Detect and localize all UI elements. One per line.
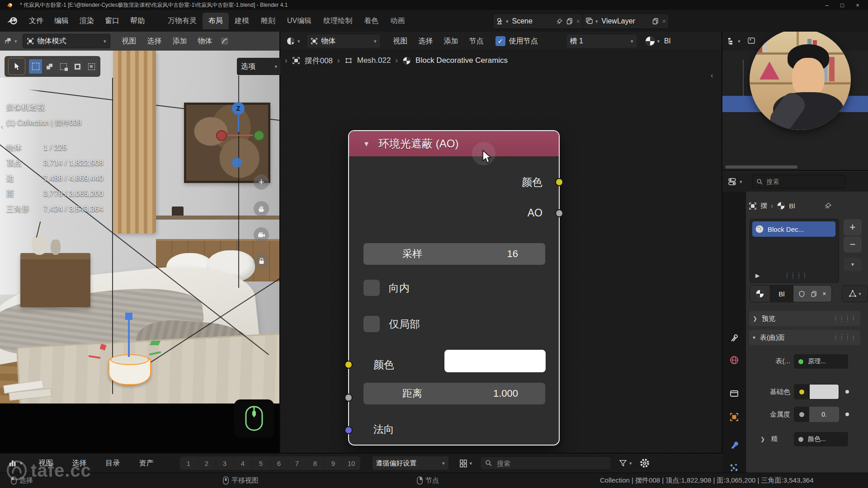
mode-dropdown[interactable]: 物体模式 ▾ — [23, 34, 110, 48]
menu-help[interactable]: 帮助 — [125, 14, 150, 28]
move-gizmo-z-axis[interactable] — [128, 318, 130, 357]
select-subtract-button[interactable] — [57, 59, 70, 74]
viewport-menu-view[interactable]: 视图 — [117, 35, 142, 48]
panel-surface-header[interactable]: ▾ 表(曲)面 ⋮⋮⋮⋮⋮⋮⋮⋮ — [749, 330, 860, 345]
camera-view-button[interactable] — [254, 227, 269, 243]
options-dropdown[interactable]: 选项 ▾ — [237, 58, 281, 75]
shader-editor[interactable]: ▾ 物体 ▾ 视图 选择 添加 节点 ✓ 使用节点 槽 1 ▾ ▾ Bl — [280, 32, 722, 453]
menu-edit[interactable]: 编辑 — [49, 14, 74, 28]
material-slot-list[interactable]: Block Dec... ▶ ⋮⋮⋮⋮⋮⋮⋮⋮ — [750, 219, 839, 283]
scene-selector[interactable]: ▾ Scene × — [493, 14, 583, 29]
ao-node-header[interactable]: ▾ 环境光遮蔽 (AO) — [349, 131, 559, 156]
gizmo-x-stem[interactable] — [228, 135, 253, 136]
workspace-tab-sculpt[interactable]: 雕刻 — [255, 13, 281, 29]
path-object[interactable]: 摆 — [760, 202, 767, 210]
shader-menu-node[interactable]: 节点 — [464, 35, 489, 48]
base-color-socket-button[interactable] — [794, 384, 809, 399]
frame-button[interactable]: 2 — [198, 460, 216, 467]
select-invert-button[interactable] — [71, 59, 84, 74]
outliner[interactable]: ▾ — [722, 32, 868, 171]
viewport-menu-object[interactable]: 物体 — [193, 35, 218, 48]
bottom-menu-select[interactable]: 选择 — [67, 457, 92, 470]
input-normal-socket[interactable] — [344, 426, 353, 434]
search-input[interactable] — [766, 178, 835, 186]
lock-view-button[interactable] — [254, 253, 269, 268]
workspace-tab-shading[interactable]: 着色 — [358, 13, 384, 29]
frame-button[interactable]: 1 — [180, 460, 198, 467]
shader-menu-add[interactable]: 添加 — [439, 35, 464, 48]
select-box-new-button[interactable] — [29, 59, 42, 74]
frame-button[interactable]: 10 — [343, 460, 360, 467]
tweak-tool-button[interactable] — [8, 58, 25, 75]
checkbox-unchecked-icon[interactable] — [363, 280, 380, 296]
frame-button[interactable]: 8 — [307, 460, 325, 467]
gizmo-view-handle[interactable] — [232, 158, 242, 168]
bottom-menu-catalog[interactable]: 目录 — [100, 457, 126, 470]
collapse-node-icon[interactable]: ▾ — [364, 139, 368, 149]
output-color-socket[interactable] — [555, 178, 563, 186]
outliner-scrollbar[interactable] — [725, 165, 797, 169]
workspace-tab-modeling[interactable]: 建模 — [229, 13, 255, 29]
collapse-sidebar-icon[interactable]: ‹ — [711, 71, 713, 80]
ao-node[interactable]: ▾ 环境光遮蔽 (AO) 颜色 AO 采样 16 向内 仅局部 — [348, 130, 560, 446]
blender-logo-icon[interactable] — [6, 14, 19, 27]
move-gizmo-z-cap[interactable] — [125, 313, 132, 320]
inside-checkbox-row[interactable]: 向内 — [363, 280, 410, 296]
chevron-right-icon[interactable]: › — [285, 56, 288, 65]
samples-field[interactable]: 采样 16 — [363, 243, 545, 265]
material-browse-button[interactable] — [750, 285, 770, 302]
shader-menu-view[interactable]: 视图 — [388, 35, 413, 48]
workspace-tab-uv[interactable]: UV编辑 — [281, 13, 317, 29]
frame-button[interactable]: 9 — [325, 460, 343, 467]
add-slot-button[interactable]: + — [844, 219, 862, 235]
only-local-checkbox-row[interactable]: 仅局部 — [363, 316, 420, 332]
viewport-menu-add[interactable]: 添加 — [167, 35, 193, 48]
outliner-editor-type-icon[interactable] — [727, 37, 736, 46]
frame-button[interactable]: 4 — [234, 460, 252, 467]
maximize-button[interactable]: □ — [835, 2, 850, 9]
viewport-editor-type-icon[interactable] — [4, 37, 13, 46]
preset-dropdown[interactable]: 遵循偏好设置 ▾ — [372, 456, 449, 470]
pan-hand-button[interactable] — [254, 201, 269, 216]
select-intersect-button[interactable] — [85, 59, 98, 74]
gizmo-z-handle[interactable]: Z — [232, 102, 245, 115]
animate-dot-icon[interactable] — [845, 390, 849, 394]
frame-button[interactable]: 7 — [288, 460, 307, 467]
unlink-icon[interactable]: × — [576, 18, 580, 25]
frame-button[interactable]: 6 — [270, 460, 288, 467]
workspace-tab-texturepaint[interactable]: 纹理绘制 — [317, 13, 358, 29]
metallic-value-field[interactable]: 0. — [809, 407, 839, 422]
animate-dot-icon[interactable] — [845, 413, 849, 416]
grip-handle-icon[interactable]: ⋮⋮⋮⋮⋮⋮⋮⋮ — [833, 335, 857, 340]
roughness-value-button[interactable]: 颜色... — [794, 432, 848, 446]
display-mode-button[interactable]: ▾ — [459, 459, 472, 468]
bottom-menu-asset[interactable]: 资产 — [134, 457, 159, 470]
gizmo-x-handle[interactable] — [216, 130, 227, 141]
frame-button[interactable]: 3 — [216, 460, 234, 467]
metallic-socket-button[interactable] — [794, 407, 809, 422]
fake-user-shield-icon[interactable] — [798, 291, 805, 297]
surface-shader-button[interactable]: 原理... — [794, 354, 848, 369]
bottom-editor-type-icon[interactable] — [8, 458, 18, 468]
workspace-tab-wanwuyouling[interactable]: 万物有灵 — [162, 13, 203, 29]
color-swatch-field[interactable] — [444, 349, 546, 373]
material-sphere-icon[interactable] — [645, 36, 656, 47]
panel-preview-header[interactable]: ❯ 预览 ⋮⋮⋮⋮⋮⋮⋮⋮ — [749, 311, 860, 326]
output-ao-socket[interactable] — [555, 209, 563, 217]
viewport-3d[interactable]: ▾ 物体模式 ▾ 视图 选择 添加 物体 — [0, 32, 280, 453]
viewlayer-selector[interactable]: ▾ ViewLayer × — [582, 14, 669, 29]
grip-handle-icon[interactable]: ⋮⋮⋮⋮⋮⋮⋮⋮ — [833, 316, 857, 321]
grip-handle-icon[interactable]: ⋮⋮⋮⋮⋮⋮⋮⋮ — [785, 273, 808, 278]
workspace-tab-animation[interactable]: 动画 — [384, 13, 410, 29]
breadcrumb-material[interactable]: Block Decorative Ceramics — [415, 56, 508, 65]
collapse-panel-icon[interactable]: ‹ — [1, 123, 3, 131]
breadcrumb-object[interactable]: 摆件008 — [305, 56, 333, 66]
roughness-label-row[interactable]: ❯ 糙 — [760, 435, 778, 443]
menu-file[interactable]: 文件 — [24, 14, 49, 28]
transform-orientation-icon[interactable] — [220, 36, 230, 46]
expand-icon[interactable]: ▶ — [755, 272, 760, 279]
remove-slot-button[interactable]: − — [844, 236, 862, 253]
distance-field[interactable]: 距离 1.000 — [363, 383, 545, 404]
input-distance-socket[interactable] — [344, 394, 353, 402]
breadcrumb-mesh[interactable]: Mesh.022 — [357, 56, 391, 65]
